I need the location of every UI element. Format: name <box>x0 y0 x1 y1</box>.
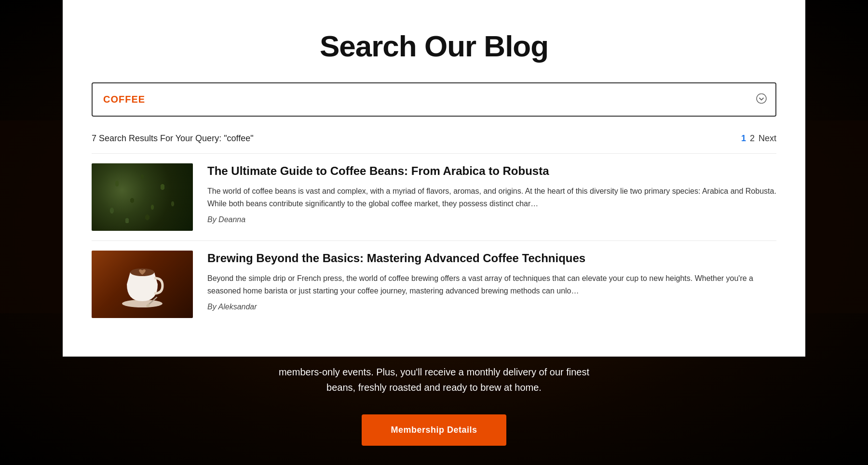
article-title-1[interactable]: The Ultimate Guide to Coffee Beans: From… <box>207 163 776 178</box>
results-header: 7 Search Results For Your Query: "coffee… <box>92 133 776 144</box>
article-author-2: By Aleksandar <box>207 303 257 311</box>
left-panel <box>0 120 63 313</box>
membership-details-button[interactable]: Membership Details <box>362 414 506 446</box>
article-content-1: The Ultimate Guide to Coffee Beans: From… <box>207 163 776 231</box>
search-dropdown-icon[interactable] <box>756 93 767 106</box>
page-1-link[interactable]: 1 <box>741 133 746 144</box>
article-author-1: By Deanna <box>207 215 245 224</box>
search-input[interactable] <box>93 83 775 116</box>
article-excerpt-2: Beyond the simple drip or French press, … <box>207 272 776 297</box>
article-content-2: Brewing Beyond the Basics: Mastering Adv… <box>207 251 776 318</box>
main-content-card: Search Our Blog 7 Search Results For You… <box>63 0 805 357</box>
svg-point-0 <box>757 93 766 103</box>
membership-body-text: members-only events. Plus, you'll receiv… <box>265 364 603 395</box>
next-page-link[interactable]: Next <box>759 133 776 144</box>
right-panel <box>805 120 868 313</box>
results-count: 7 Search Results For Your Query: "coffee… <box>92 133 254 144</box>
pagination: 1 2 Next <box>741 133 776 144</box>
page-title: Search Our Blog <box>92 14 776 82</box>
article-title-2[interactable]: Brewing Beyond the Basics: Mastering Adv… <box>207 251 776 266</box>
search-input-wrapper <box>92 82 776 117</box>
article-thumbnail-beans[interactable] <box>92 163 193 231</box>
article-thumbnail-cup[interactable] <box>92 251 193 318</box>
page-2-link[interactable]: 2 <box>750 133 755 144</box>
article-item: The Ultimate Guide to Coffee Beans: From… <box>92 153 776 240</box>
search-container <box>92 82 776 117</box>
article-excerpt-1: The world of coffee beans is vast and co… <box>207 185 776 210</box>
article-item-2: Brewing Beyond the Basics: Mastering Adv… <box>92 240 776 328</box>
